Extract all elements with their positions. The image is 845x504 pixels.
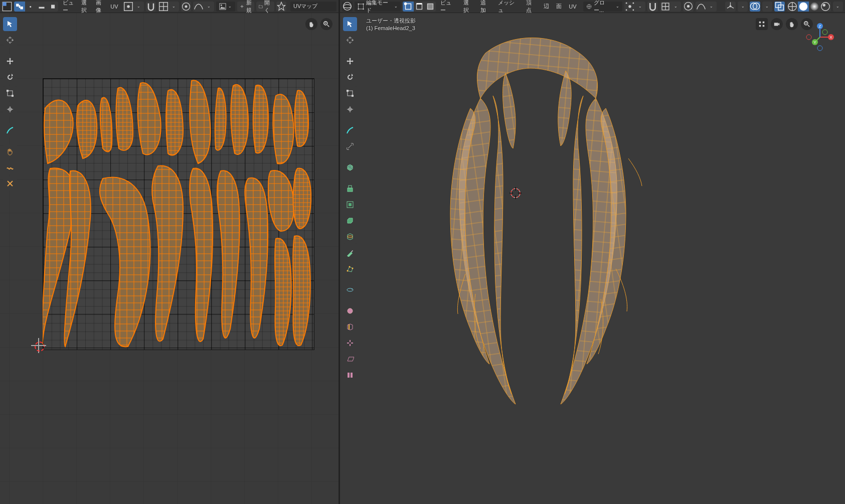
svg-rect-78 (763, 25, 765, 27)
tool3d-loopcut[interactable] (343, 230, 357, 244)
snap-3d-type[interactable] (660, 2, 671, 12)
tool3d-rip[interactable] (343, 368, 357, 382)
shading-chev[interactable]: ⌄ (833, 2, 843, 12)
menu-uv[interactable]: UV (108, 4, 120, 10)
svg-rect-17 (7, 90, 9, 92)
uv-viewport[interactable] (0, 13, 339, 504)
menu-view-3d[interactable]: ビュー (438, 0, 458, 14)
tool3d-scale[interactable] (343, 86, 357, 100)
prop-3d-toggle[interactable] (683, 2, 694, 12)
select-edge[interactable] (414, 2, 425, 12)
tool3d-polybuild[interactable] (343, 262, 357, 276)
select-face[interactable] (425, 2, 436, 12)
camera-icon[interactable] (771, 18, 783, 30)
tool3d-select[interactable] (343, 17, 357, 31)
prop-3d-type[interactable] (696, 2, 707, 12)
menu-add-3d[interactable]: 追加 (478, 0, 493, 14)
svg-rect-66 (349, 186, 352, 188)
tool-grab[interactable] (3, 144, 17, 158)
uv-islands (43, 78, 313, 349)
snap-chevron[interactable]: ⌄ (169, 2, 179, 12)
pan-3d-icon[interactable] (786, 18, 798, 30)
tool3d-shear[interactable] (343, 352, 357, 366)
snap-3d-toggle[interactable] (647, 2, 658, 12)
xray-toggle[interactable] (774, 2, 785, 12)
pan-view-icon[interactable] (305, 18, 317, 30)
shade-rendered[interactable] (820, 2, 831, 12)
shade-solid[interactable] (798, 2, 809, 12)
select-mode-vertex[interactable]: ▪ (25, 2, 36, 12)
snap-3d-chev[interactable]: ⌄ (671, 2, 681, 12)
tool3d-extrude[interactable] (343, 182, 357, 196)
overlays-chev[interactable]: ⌄ (762, 2, 772, 12)
snap-toggle[interactable] (146, 2, 156, 12)
tool3d-edgeslide[interactable] (343, 320, 357, 334)
shade-matprev[interactable] (809, 2, 820, 12)
tool3d-cursor[interactable] (343, 33, 357, 47)
prop-chevron[interactable]: ⌄ (204, 2, 214, 12)
mode-selector[interactable]: 編集モード ⌄ (355, 2, 401, 12)
pivot-3d-chev[interactable]: ⌄ (635, 2, 645, 12)
tool3d-shrink[interactable] (343, 336, 357, 350)
image-selector[interactable]: ⌄ (216, 2, 235, 12)
editor-type-icon[interactable] (2, 2, 12, 12)
pivot-3d[interactable] (624, 2, 635, 12)
snap-type[interactable] (158, 2, 169, 12)
camera-view-icon[interactable] (756, 18, 768, 30)
transform-orientation[interactable]: グロー... ⌄ (583, 2, 622, 12)
gizmo-chev[interactable]: ⌄ (738, 2, 748, 12)
tool3d-inset[interactable] (343, 198, 357, 212)
tool3d-move[interactable] (343, 54, 357, 68)
tool3d-annotate[interactable] (343, 123, 357, 137)
axis-gizmo[interactable]: X Y Z (805, 22, 835, 52)
menu-edge-3d[interactable]: 辺 (541, 3, 552, 10)
menu-select[interactable]: 選択 (79, 0, 91, 14)
tool-move[interactable] (3, 54, 17, 68)
select-vertex[interactable] (403, 2, 414, 12)
gizmo-toggle[interactable] (725, 2, 736, 12)
tool-select[interactable] (3, 17, 17, 31)
uvmap-field[interactable]: UVマップ (290, 2, 336, 12)
tool-scale[interactable] (3, 86, 17, 100)
uv-sync-group: ▪ ▬ ◼ (14, 2, 58, 12)
menu-vertex-3d[interactable]: 頂点 (524, 0, 539, 14)
viewport-3d[interactable]: ユーザー・透視投影 (1) FemaleHead2_3 (340, 13, 845, 504)
tool3d-knife[interactable] (343, 246, 357, 260)
overlays-toggle[interactable] (750, 2, 760, 12)
pivot-chevron[interactable]: ⌄ (134, 2, 144, 12)
editor-type-3d-icon[interactable] (342, 2, 353, 12)
new-image-button[interactable]: ＋新規 (237, 2, 255, 12)
tool-rotate[interactable] (3, 70, 17, 84)
shade-wire[interactable] (787, 2, 798, 12)
tool3d-bevel[interactable] (343, 214, 357, 228)
menu-mesh-3d[interactable]: メッシュ (495, 0, 522, 14)
menu-view[interactable]: ビュー (60, 0, 77, 14)
snap-3d-group: ⌄ (660, 2, 681, 12)
tool-cursor[interactable] (3, 33, 17, 47)
tool-relax[interactable] (3, 160, 17, 175)
tool3d-transform[interactable] (343, 102, 357, 116)
pin-image[interactable] (276, 2, 286, 12)
tool3d-rotate[interactable] (343, 70, 357, 84)
zoom-view-icon[interactable] (320, 18, 332, 30)
prop-type[interactable] (193, 2, 204, 12)
proportional-toggle[interactable] (181, 2, 191, 12)
prop-3d-chev[interactable]: ⌄ (707, 2, 717, 12)
tool3d-spin[interactable] (343, 283, 357, 297)
svg-point-34 (628, 5, 631, 8)
tool3d-addcube[interactable] (343, 160, 357, 175)
select-mode-edge[interactable]: ▬ (36, 2, 47, 12)
menu-image[interactable]: 画像 (93, 0, 106, 14)
tool3d-smooth[interactable] (343, 304, 357, 318)
tool-transform[interactable] (3, 102, 17, 116)
pivot-button[interactable] (123, 2, 134, 12)
menu-face-3d[interactable]: 面 (554, 3, 564, 10)
open-image-button[interactable]: 開く (256, 2, 274, 12)
uv-sync-button[interactable] (14, 2, 25, 12)
tool-pinch[interactable] (3, 177, 17, 191)
tool3d-measure[interactable] (343, 139, 357, 153)
tool-annotate[interactable] (3, 123, 17, 137)
select-mode-face[interactable]: ◼ (47, 2, 58, 12)
menu-select-3d[interactable]: 選択 (461, 0, 476, 14)
menu-uv-3d[interactable]: UV (566, 4, 579, 10)
